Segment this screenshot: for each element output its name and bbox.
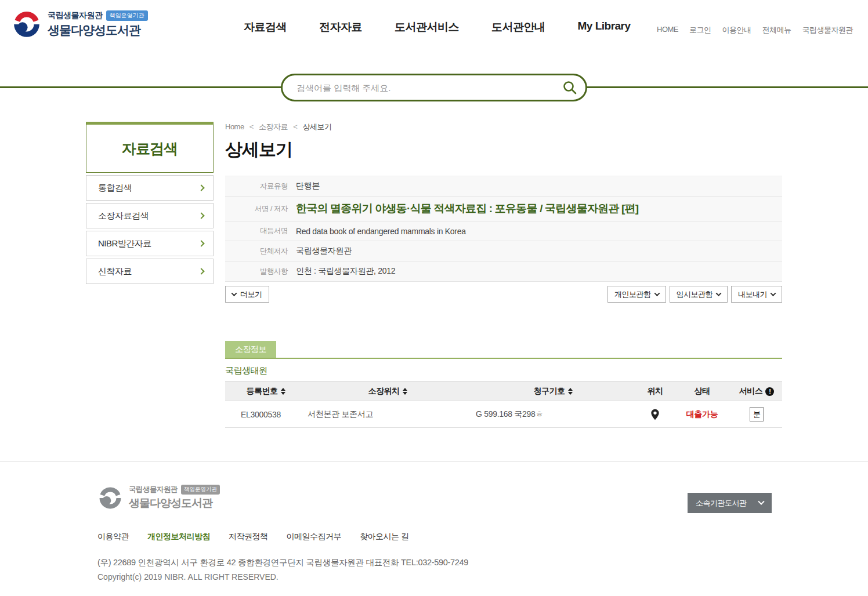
sidebar-item-holdings-search[interactable]: 소장자료검색 — [86, 203, 214, 228]
column-label: 소장위치 — [368, 386, 400, 397]
nav-item-library-services[interactable]: 도서관서비스 — [395, 20, 459, 35]
footer-link-directions[interactable]: 찾아오시는 길 — [360, 532, 408, 542]
site-footer: 국립생물자원관 책임운영기관 생물다양성도서관 소속기관도서관 이용약관 개인정… — [0, 461, 868, 582]
alert-icon[interactable] — [765, 387, 774, 396]
main-content: Home < 소장자료 < 상세보기 상세보기 자료유형 단행본 서명 / 저자… — [225, 122, 782, 461]
column-label: 청구기호 — [534, 386, 565, 397]
nav-item-electronic-materials[interactable]: 전자자료 — [319, 20, 362, 35]
location-pin-icon[interactable] — [650, 409, 660, 420]
search-bar — [281, 74, 587, 101]
sidebar-item-new-arrivals[interactable]: 신착자료 — [86, 259, 214, 284]
detail-title-value: 한국의 멸종위기 야생동·식물 적색자료집 : 포유동물 / 국립생물자원관 [… — [296, 201, 638, 216]
site-header: 국립생물자원관 책임운영기관 생물다양성도서관 자료검색 전자자료 도서관서비스… — [0, 0, 868, 61]
footer-agency-name: 국립생물자원관 — [129, 485, 178, 495]
taegeuk-logo-icon — [12, 9, 42, 39]
chevron-right-icon — [198, 268, 204, 274]
column-header-reg-no[interactable]: 등록번호 — [225, 386, 306, 397]
search-icon — [562, 80, 577, 95]
column-header-call-number[interactable]: 청구기호 — [469, 386, 637, 397]
chevron-right-icon — [198, 240, 204, 246]
detail-row-title-author: 서명 / 저자 한국의 멸종위기 야생동·식물 적색자료집 : 포유동물 / 국… — [225, 197, 782, 221]
column-header-status: 상태 — [673, 386, 731, 397]
detail-table: 자료유형 단행본 서명 / 저자 한국의 멸종위기 야생동·식물 적색자료집 :… — [225, 176, 782, 282]
detail-row-publication: 발행사항 인천 : 국립생물자원관, 2012 — [225, 261, 782, 282]
search-input[interactable] — [296, 83, 562, 93]
sort-icon — [568, 388, 573, 395]
breadcrumb: Home < 소장자료 < 상세보기 — [225, 122, 782, 132]
column-header-location: 위치 — [637, 386, 673, 397]
holdings-tab-bar: 소장정보 — [225, 341, 782, 359]
detail-row-parallel-title: 대등서명 Red data book of endangered mammals… — [225, 221, 782, 241]
chevron-down-icon — [716, 290, 722, 296]
column-label: 위치 — [648, 386, 663, 397]
utility-nibr-link[interactable]: 국립생물자원관 — [802, 25, 853, 35]
cell-status: 대출가능 — [673, 409, 731, 420]
status-badge: 대출가능 — [686, 409, 718, 420]
utility-sitemap-link[interactable]: 전체메뉴 — [762, 25, 791, 35]
temporary-folder-button[interactable]: 임시보관함 — [670, 286, 728, 303]
detail-label: 단체저자 — [225, 246, 296, 256]
footer-address: (우) 22689 인천광역시 서구 환경로 42 종합환경연구단지 국립생물자… — [97, 557, 782, 568]
action-buttons: 개인보관함 임시보관함 내보내기 — [607, 286, 782, 303]
more-button-label: 더보기 — [240, 289, 262, 300]
nav-item-my-library[interactable]: My Library — [578, 20, 631, 35]
footer-link-copyright-policy[interactable]: 저작권정책 — [229, 532, 268, 542]
detail-label: 발행사항 — [225, 267, 296, 277]
footer-logo-text: 국립생물자원관 책임운영기관 생물다양성도서관 — [129, 485, 220, 511]
sidebar-item-integrated-search[interactable]: 통합검색 — [86, 175, 214, 201]
cell-call-number: G 599.168 국298ㅎ — [469, 409, 637, 420]
footer-link-terms[interactable]: 이용약관 — [97, 532, 129, 542]
footer-inner: 국립생물자원관 책임운영기관 생물다양성도서관 소속기관도서관 이용약관 개인정… — [86, 485, 782, 582]
personal-folder-button[interactable]: 개인보관함 — [607, 286, 666, 303]
page-title: 상세보기 — [225, 138, 782, 162]
cell-location — [637, 409, 673, 420]
search-button[interactable] — [562, 80, 577, 95]
column-header-shelf-location[interactable]: 소장위치 — [306, 386, 469, 397]
temporary-folder-label: 임시보관함 — [677, 289, 713, 300]
cell-service: 분 — [731, 407, 782, 421]
nav-item-library-guide[interactable]: 도서관안내 — [491, 20, 545, 35]
cell-shelf-location: 서천본관 보존서고 — [306, 409, 469, 420]
sidebar-item-label: 통합검색 — [98, 183, 132, 194]
logo-text: 국립생물자원관 책임운영기관 생물다양성도서관 — [48, 10, 148, 38]
utility-home-link[interactable]: HOME — [657, 25, 678, 35]
nav-item-material-search[interactable]: 자료검색 — [244, 20, 287, 35]
column-label: 등록번호 — [247, 386, 278, 397]
utility-login-link[interactable]: 로그인 — [689, 25, 711, 35]
taegeuk-logo-gray-icon — [97, 485, 123, 511]
detail-label: 자료유형 — [225, 181, 296, 191]
related-libraries-dropdown[interactable]: 소속기관도서관 — [688, 493, 772, 513]
logo-library-name: 생물다양성도서관 — [48, 22, 148, 38]
sidebar-item-label: 소장자료검색 — [98, 210, 149, 221]
footer-logo: 국립생물자원관 책임운영기관 생물다양성도서관 — [97, 485, 782, 511]
holdings-table-header: 등록번호 소장위치 청구기호 위치 상태 — [225, 382, 782, 401]
detail-value: 국립생물자원관 — [296, 246, 352, 256]
chevron-down-icon — [654, 290, 660, 296]
footer-link-email-refusal[interactable]: 이메일수집거부 — [287, 532, 342, 542]
column-header-service: 서비스 — [731, 386, 782, 397]
loan-service-button[interactable]: 분 — [750, 407, 764, 421]
more-button[interactable]: 더보기 — [225, 286, 269, 303]
utility-usage-guide-link[interactable]: 이용안내 — [722, 25, 751, 35]
breadcrumb-home[interactable]: Home — [225, 122, 244, 131]
holdings-organization: 국립생태원 — [225, 365, 782, 382]
sidebar-item-nibr-publications[interactable]: NIBR발간자료 — [86, 231, 214, 256]
sidebar-item-label: NIBR발간자료 — [98, 238, 151, 249]
detail-label: 서명 / 저자 — [225, 204, 296, 214]
site-logo[interactable]: 국립생물자원관 책임운영기관 생물다양성도서관 — [12, 9, 148, 39]
detail-value: 인천 : 국립생물자원관, 2012 — [296, 266, 395, 277]
related-libraries-label: 소속기관도서관 — [696, 498, 747, 508]
footer-links: 이용약관 개인정보처리방침 저작권정책 이메일수집거부 찾아오시는 길 — [97, 532, 782, 542]
footer-link-privacy[interactable]: 개인정보처리방침 — [147, 532, 210, 542]
breadcrumb-holdings[interactable]: 소장자료 — [259, 122, 288, 131]
export-button[interactable]: 내보내기 — [731, 286, 782, 303]
sidebar: 자료검색 통합검색 소장자료검색 NIBR발간자료 신착자료 — [86, 122, 214, 461]
logo-badge: 책임운영기관 — [106, 10, 148, 21]
sort-icon — [403, 388, 407, 395]
sidebar-item-label: 신착자료 — [98, 266, 132, 277]
detail-row-material-type: 자료유형 단행본 — [225, 176, 782, 197]
logo-agency-name: 국립생물자원관 — [48, 10, 103, 21]
column-label: 서비스 — [739, 386, 763, 397]
tab-holdings-info[interactable]: 소장정보 — [225, 341, 276, 358]
holdings-section: 소장정보 국립생태원 등록번호 소장위치 청구기호 — [225, 341, 782, 428]
